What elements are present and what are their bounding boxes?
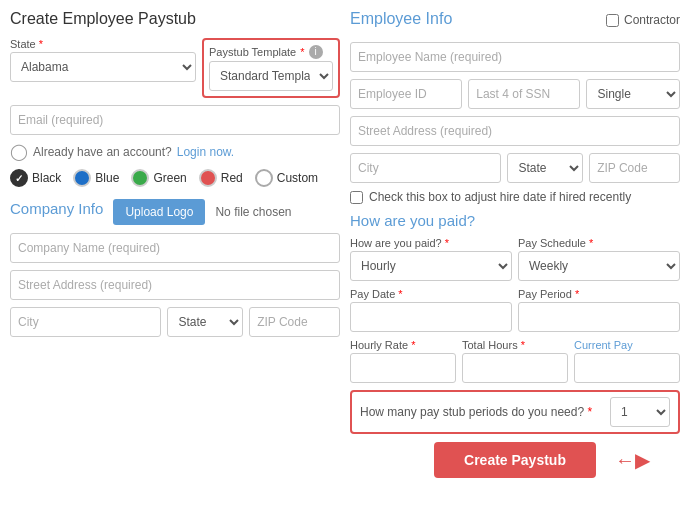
employee-name-input[interactable]	[350, 42, 680, 72]
email-input[interactable]	[10, 105, 340, 135]
login-link[interactable]: Login now.	[177, 145, 234, 159]
state-group: State * Alabama Alaska Arizona	[10, 38, 196, 98]
hourly-rate-input[interactable]: 20	[350, 353, 456, 383]
color-custom[interactable]: Custom	[255, 169, 318, 187]
pay-periods-label: How many pay stub periods do you need? *	[360, 405, 602, 419]
login-row: ◯ Already have an account? Login now.	[10, 142, 340, 161]
arrow-indicator: ←▶	[615, 448, 650, 472]
black-circle: ✓	[10, 169, 28, 187]
employee-street-group	[350, 116, 680, 146]
company-info-title: Company Info	[10, 200, 103, 217]
left-panel: Create Employee Paystub State * Alabama …	[10, 10, 340, 518]
how-paid-label: How are you paid? *	[350, 237, 512, 249]
company-name-group	[10, 233, 340, 263]
pay-schedule-select[interactable]: Weekly Bi-Weekly Semi-Monthly Monthly	[518, 251, 680, 281]
page-title: Create Employee Paystub	[10, 10, 340, 28]
company-city-input[interactable]	[10, 307, 161, 337]
pay-schedule-label: Pay Schedule *	[518, 237, 680, 249]
create-btn-row: Create Paystub ←▶	[350, 442, 680, 478]
how-paid-title: How are you paid?	[350, 212, 680, 229]
ssn-input[interactable]	[468, 79, 580, 109]
email-group	[10, 105, 340, 135]
contractor-checkbox[interactable]	[606, 14, 619, 27]
employee-id-input[interactable]	[350, 79, 462, 109]
total-hours-input[interactable]: 40	[462, 353, 568, 383]
hire-date-checkbox[interactable]	[350, 191, 363, 204]
create-paystub-button[interactable]: Create Paystub	[434, 442, 596, 478]
how-paid-schedule-row: How are you paid? * Hourly Salary Pay Sc…	[350, 237, 680, 281]
red-circle	[199, 169, 217, 187]
color-green[interactable]: Green	[131, 169, 186, 187]
employee-street-input[interactable]	[350, 116, 680, 146]
color-row: ✓ Black Blue Green Red Custom	[10, 169, 340, 187]
company-name-input[interactable]	[10, 233, 340, 263]
pay-date-input[interactable]: 05/19/2021	[350, 302, 512, 332]
color-red[interactable]: Red	[199, 169, 243, 187]
company-city-state-zip: State ALAKAZ	[10, 307, 340, 337]
pay-periods-select[interactable]: 1 2 3 4	[610, 397, 670, 427]
employee-city-input[interactable]	[350, 153, 501, 183]
upload-logo-button[interactable]: Upload Logo	[113, 199, 205, 225]
paystub-template-group: Paystub Template * i Standard Template M…	[202, 38, 340, 98]
current-pay-input[interactable]	[574, 353, 680, 383]
hourly-rate-label: Hourly Rate *	[350, 339, 456, 351]
employee-city-state-zip: State AL	[350, 153, 680, 183]
color-black[interactable]: ✓ Black	[10, 169, 61, 187]
company-header: Company Info Upload Logo No file chosen	[10, 199, 340, 225]
company-info-section: Company Info Upload Logo No file chosen …	[10, 199, 340, 337]
filing-status-select[interactable]: Single Married Head of Household	[586, 79, 680, 109]
blue-circle	[73, 169, 91, 187]
green-circle	[131, 169, 149, 187]
state-template-row: State * Alabama Alaska Arizona Paystub T…	[10, 38, 340, 98]
contractor-label: Contractor	[624, 13, 680, 27]
current-pay-label: Current Pay	[574, 339, 680, 351]
company-zip-input[interactable]	[249, 307, 340, 337]
contractor-row: Contractor	[606, 13, 680, 27]
user-icon: ◯	[10, 142, 28, 161]
color-blue[interactable]: Blue	[73, 169, 119, 187]
paystub-template-select[interactable]: Standard Template Modern Template	[209, 61, 333, 91]
employee-zip-input[interactable]	[589, 153, 680, 183]
how-paid-select[interactable]: Hourly Salary	[350, 251, 512, 281]
right-panel: Employee Info Contractor Single Married	[350, 10, 680, 518]
no-file-label: No file chosen	[215, 205, 291, 219]
ssn-row: Single Married Head of Household	[350, 79, 680, 109]
pay-date-label: Pay Date *	[350, 288, 512, 300]
rate-hours-pay-row: Hourly Rate * 20 Total Hours * 40 Curren…	[350, 339, 680, 383]
employee-state-select[interactable]: State AL	[507, 153, 583, 183]
company-street-input[interactable]	[10, 270, 340, 300]
custom-circle	[255, 169, 273, 187]
state-label: State *	[10, 38, 196, 50]
company-street-group	[10, 270, 340, 300]
info-icon[interactable]: i	[309, 45, 323, 59]
hire-date-row: Check this box to adjust hire date if hi…	[350, 190, 680, 204]
pay-period-input[interactable]: 05/13/2021 - 05/19/2021	[518, 302, 680, 332]
employee-info-title: Employee Info	[350, 10, 452, 28]
pay-date-period-row: Pay Date * 05/19/2021 Pay Period * 05/13…	[350, 288, 680, 332]
state-select[interactable]: Alabama Alaska Arizona	[10, 52, 196, 82]
total-hours-label: Total Hours *	[462, 339, 568, 351]
pay-period-label: Pay Period *	[518, 288, 680, 300]
hire-date-label: Check this box to adjust hire date if hi…	[369, 190, 631, 204]
company-state-select[interactable]: State ALAKAZ	[167, 307, 243, 337]
pay-periods-row: How many pay stub periods do you need? *…	[350, 390, 680, 434]
employee-name-group	[350, 42, 680, 72]
